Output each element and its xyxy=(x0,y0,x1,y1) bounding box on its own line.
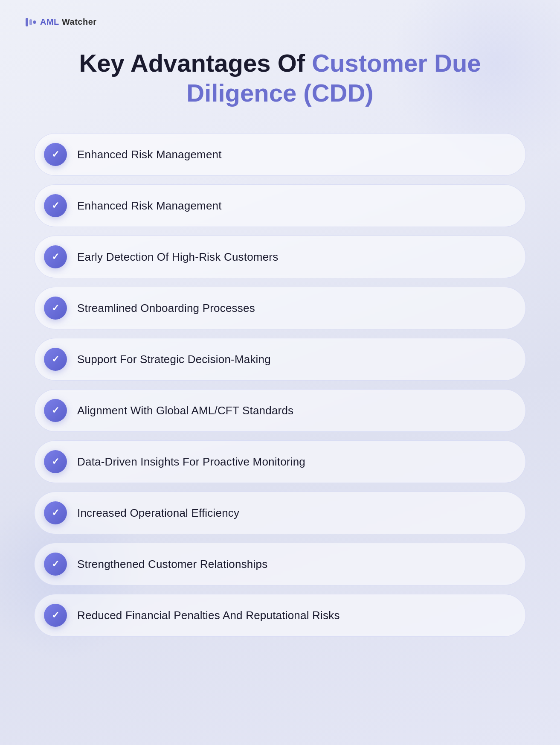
advantage-item-3: ✓ Early Detection Of High-Risk Customers xyxy=(34,236,526,278)
logo-aml: AML xyxy=(40,17,59,26)
check-icon-5: ✓ xyxy=(52,355,59,364)
page-heading: Key Advantages Of Customer Due Diligence… xyxy=(43,48,517,108)
logo-bar-3 xyxy=(33,20,36,24)
main-title-section: Key Advantages Of Customer Due Diligence… xyxy=(26,48,534,108)
advantage-label-9: Strengthened Customer Relationships xyxy=(77,558,267,571)
advantage-item-4: ✓ Streamlined Onboarding Processes xyxy=(34,287,526,329)
check-icon-1: ✓ xyxy=(52,150,59,159)
advantage-item-1: ✓ Enhanced Risk Management xyxy=(34,133,526,176)
check-circle-4: ✓ xyxy=(44,297,67,320)
advantage-item-10: ✓ Reduced Financial Penalties And Reputa… xyxy=(34,594,526,637)
check-circle-5: ✓ xyxy=(44,348,67,371)
advantage-label-5: Support For Strategic Decision-Making xyxy=(77,353,271,366)
advantage-item-2: ✓ Enhanced Risk Management xyxy=(34,184,526,227)
logo-text: AML Watcher xyxy=(40,17,97,27)
check-icon-2: ✓ xyxy=(52,201,59,210)
advantage-item-9: ✓ Strengthened Customer Relationships xyxy=(34,543,526,585)
check-circle-10: ✓ xyxy=(44,604,67,627)
check-circle-7: ✓ xyxy=(44,450,67,473)
check-icon-10: ✓ xyxy=(52,611,59,620)
logo-area: AML Watcher xyxy=(26,17,534,27)
check-icon-8: ✓ xyxy=(52,508,59,518)
advantage-label-7: Data-Driven Insights For Proactive Monit… xyxy=(77,455,305,469)
advantage-item-8: ✓ Increased Operational Efficiency xyxy=(34,492,526,534)
check-circle-2: ✓ xyxy=(44,194,67,217)
advantage-label-2: Enhanced Risk Management xyxy=(77,199,222,212)
check-circle-6: ✓ xyxy=(44,399,67,422)
advantage-label-6: Alignment With Global AML/CFT Standards xyxy=(77,404,293,417)
check-circle-3: ✓ xyxy=(44,245,67,268)
check-icon-7: ✓ xyxy=(52,457,59,466)
advantage-label-4: Streamlined Onboarding Processes xyxy=(77,302,255,315)
logo-bar-1 xyxy=(26,18,28,26)
page-container: AML Watcher Key Advantages Of Customer D… xyxy=(0,0,560,662)
check-icon-3: ✓ xyxy=(52,252,59,262)
advantage-item-6: ✓ Alignment With Global AML/CFT Standard… xyxy=(34,389,526,432)
check-icon-4: ✓ xyxy=(52,303,59,313)
check-circle-1: ✓ xyxy=(44,143,67,166)
advantages-list: ✓ Enhanced Risk Management ✓ Enhanced Ri… xyxy=(26,133,534,637)
title-part1: Key Advantages Of xyxy=(79,49,312,77)
advantage-label-8: Increased Operational Efficiency xyxy=(77,506,239,520)
advantage-item-5: ✓ Support For Strategic Decision-Making xyxy=(34,338,526,381)
advantage-label-3: Early Detection Of High-Risk Customers xyxy=(77,250,278,264)
advantage-label-10: Reduced Financial Penalties And Reputati… xyxy=(77,609,340,622)
advantage-label-1: Enhanced Risk Management xyxy=(77,148,222,161)
check-circle-9: ✓ xyxy=(44,553,67,576)
check-circle-8: ✓ xyxy=(44,501,67,524)
logo-icon xyxy=(26,18,36,26)
logo-bar-2 xyxy=(29,19,32,25)
logo-watcher: Watcher xyxy=(62,17,97,26)
check-icon-9: ✓ xyxy=(52,559,59,569)
check-icon-6: ✓ xyxy=(52,406,59,415)
advantage-item-7: ✓ Data-Driven Insights For Proactive Mon… xyxy=(34,440,526,483)
